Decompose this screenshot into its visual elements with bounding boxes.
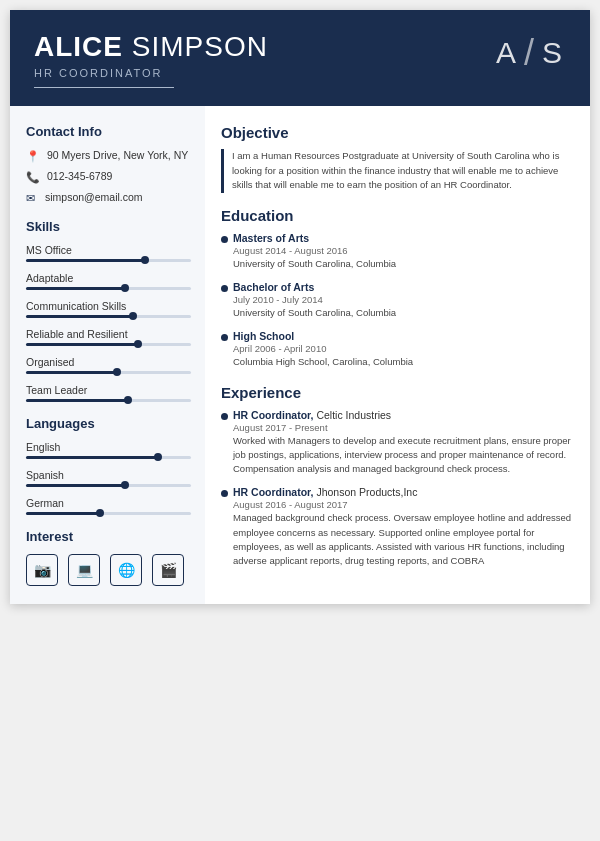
skill-bar-bg: [26, 371, 191, 374]
skill-bar-bg: [26, 399, 191, 402]
header-divider: [34, 87, 174, 88]
lang-bar-fill: [26, 484, 125, 487]
skill-bar-dot: [113, 368, 121, 376]
header-name: ALICE SIMPSON: [34, 32, 268, 63]
skill-bar-fill: [26, 399, 128, 402]
skills-list: MS Office Adaptable Communication Skills…: [26, 244, 191, 402]
skills-section-title: Skills: [26, 219, 191, 234]
sidebar: Contact Info 📍 90 Myers Drive, New York,…: [10, 106, 205, 604]
skill-bar-bg: [26, 343, 191, 346]
interest-icon-item: 📷: [26, 554, 58, 586]
skill-bar-dot: [121, 284, 129, 292]
contact-email-item: ✉ simpson@email.com: [26, 191, 191, 205]
edu-school: University of South Carolina, Columbia: [233, 257, 572, 271]
exp-desc: Managed background check process. Oversa…: [233, 511, 572, 568]
skill-bar-dot: [134, 340, 142, 348]
skill-bar-dot: [124, 396, 132, 404]
slash: /: [524, 32, 538, 74]
exp-dates: August 2016 - August 2017: [233, 499, 572, 510]
exp-title: HR Coordinator, Jhonson Products,Inc: [233, 486, 572, 498]
contact-phone-item: 📞 012-345-6789: [26, 170, 191, 184]
contact-address-item: 📍 90 Myers Drive, New York, NY: [26, 149, 191, 163]
language-item: German: [26, 497, 191, 515]
skill-bar-fill: [26, 315, 133, 318]
skill-item: Reliable and Resilient: [26, 328, 191, 346]
skill-name: Communication Skills: [26, 300, 191, 312]
location-icon: 📍: [26, 150, 40, 163]
skill-bar-fill: [26, 371, 117, 374]
edu-dates: April 2006 - April 2010: [233, 343, 572, 354]
education-section-title: Education: [221, 207, 572, 224]
resume: ALICE SIMPSON HR COORDINATOR A / S Conta…: [10, 10, 590, 604]
lang-name: German: [26, 497, 191, 509]
experience-item: HR Coordinator, Celtic Industries August…: [221, 409, 572, 477]
language-item: Spanish: [26, 469, 191, 487]
interest-icons: 📷💻🌐🎬: [26, 554, 191, 586]
experience-section-title: Experience: [221, 384, 572, 401]
contact-address: 90 Myers Drive, New York, NY: [47, 149, 188, 161]
lang-name: Spanish: [26, 469, 191, 481]
skill-bar-bg: [26, 287, 191, 290]
skill-bar-dot: [141, 256, 149, 264]
lang-bar-bg: [26, 484, 191, 487]
edu-degree: Masters of Arts: [233, 232, 572, 244]
experience-list: HR Coordinator, Celtic Industries August…: [221, 409, 572, 569]
lang-bar-dot: [121, 481, 129, 489]
contact-email: simpson@email.com: [45, 191, 143, 203]
skill-item: Communication Skills: [26, 300, 191, 318]
exp-company: Celtic Industries: [316, 409, 391, 421]
exp-desc: Worked with Managers to develop and exec…: [233, 434, 572, 477]
objective-section-title: Objective: [221, 124, 572, 141]
email-icon: ✉: [26, 192, 38, 205]
lang-bar-fill: [26, 512, 100, 515]
lang-bar-bg: [26, 512, 191, 515]
education-item: Bachelor of Arts July 2010 - July 2014 U…: [221, 281, 572, 320]
education-list: Masters of Arts August 2014 - August 201…: [221, 232, 572, 370]
languages-list: English Spanish German: [26, 441, 191, 515]
skill-name: Adaptable: [26, 272, 191, 284]
skill-bar-fill: [26, 287, 125, 290]
skill-item: Team Leader: [26, 384, 191, 402]
edu-school: Columbia High School, Carolina, Columbia: [233, 355, 572, 369]
objective-text: I am a Human Resources Postgraduate at U…: [221, 149, 572, 193]
header-left: ALICE SIMPSON HR COORDINATOR: [34, 32, 268, 88]
skill-bar-bg: [26, 259, 191, 262]
skill-name: MS Office: [26, 244, 191, 256]
edu-degree: Bachelor of Arts: [233, 281, 572, 293]
interest-icon-item: 🌐: [110, 554, 142, 586]
skill-name: Organised: [26, 356, 191, 368]
edu-school: University of South Carolina, Columbia: [233, 306, 572, 320]
skill-bar-dot: [129, 312, 137, 320]
skill-bar-fill: [26, 343, 138, 346]
language-item: English: [26, 441, 191, 459]
lang-name: English: [26, 441, 191, 453]
lang-bar-bg: [26, 456, 191, 459]
lang-bar-fill: [26, 456, 158, 459]
lang-bar-dot: [154, 453, 162, 461]
education-item: Masters of Arts August 2014 - August 201…: [221, 232, 572, 271]
education-item: High School April 2006 - April 2010 Colu…: [221, 330, 572, 369]
skill-item: MS Office: [26, 244, 191, 262]
contact-section-title: Contact Info: [26, 124, 191, 139]
exp-company: Jhonson Products,Inc: [316, 486, 417, 498]
exp-dates: August 2017 - Present: [233, 422, 572, 433]
header-initials: A / S: [496, 32, 566, 74]
main-content: Objective I am a Human Resources Postgra…: [205, 106, 590, 604]
header-title: HR COORDINATOR: [34, 67, 268, 79]
skill-item: Adaptable: [26, 272, 191, 290]
interest-section-title: Interest: [26, 529, 191, 544]
initial2: S: [542, 36, 566, 70]
contact-phone: 012-345-6789: [47, 170, 112, 182]
skill-name: Reliable and Resilient: [26, 328, 191, 340]
initial1: A: [496, 36, 520, 70]
interest-icon-item: 💻: [68, 554, 100, 586]
exp-title: HR Coordinator, Celtic Industries: [233, 409, 572, 421]
experience-item: HR Coordinator, Jhonson Products,Inc Aug…: [221, 486, 572, 568]
edu-dates: August 2014 - August 2016: [233, 245, 572, 256]
languages-section-title: Languages: [26, 416, 191, 431]
header: ALICE SIMPSON HR COORDINATOR A / S: [10, 10, 590, 106]
lang-bar-dot: [96, 509, 104, 517]
skill-name: Team Leader: [26, 384, 191, 396]
skill-bar-fill: [26, 259, 145, 262]
interest-icon-item: 🎬: [152, 554, 184, 586]
